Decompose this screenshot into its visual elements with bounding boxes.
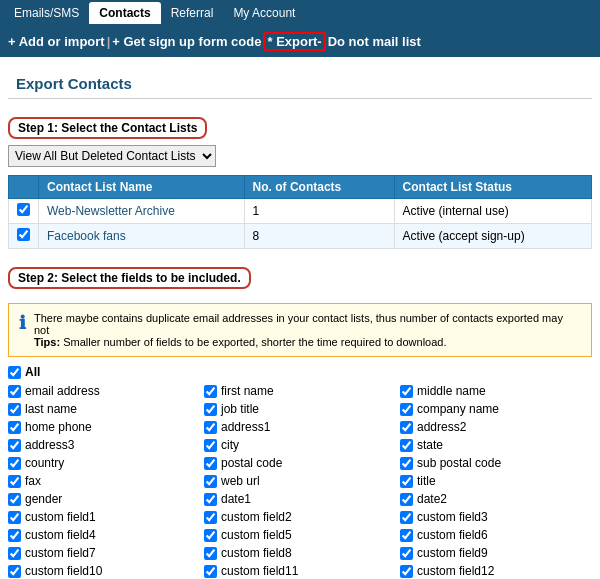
row-status: Active (internal use): [394, 199, 591, 224]
contact-list-select[interactable]: View All But Deleted Contact Lists View …: [8, 145, 216, 167]
field-checkbox[interactable]: [8, 475, 21, 488]
field-checkbox[interactable]: [400, 385, 413, 398]
row-check[interactable]: [9, 224, 39, 249]
field-checkbox-item: custom field12: [400, 563, 592, 579]
field-checkbox[interactable]: [400, 547, 413, 560]
field-checkbox-item: custom field4: [8, 527, 200, 543]
nav-contacts[interactable]: Contacts: [89, 2, 160, 24]
field-checkbox-item: fax: [8, 473, 200, 489]
field-checkbox[interactable]: [400, 565, 413, 578]
field-checkbox[interactable]: [204, 475, 217, 488]
field-label: email address: [25, 384, 100, 398]
contact-list-dropdown-row: View All But Deleted Contact Lists View …: [8, 145, 592, 167]
field-checkbox-item: city: [204, 437, 396, 453]
field-label: custom field7: [25, 546, 96, 560]
field-checkbox[interactable]: [204, 421, 217, 434]
info-icon: ℹ: [19, 312, 26, 334]
field-checkbox[interactable]: [204, 511, 217, 524]
field-checkbox-item: sub postal code: [400, 455, 592, 471]
row-count: 8: [244, 224, 394, 249]
field-label: date2: [417, 492, 447, 506]
field-checkbox-item: custom field3: [400, 509, 592, 525]
all-checkbox[interactable]: [8, 366, 21, 379]
field-checkbox-item: job title: [204, 401, 396, 417]
sep1: |: [107, 34, 111, 49]
nav-my-account[interactable]: My Account: [223, 2, 305, 24]
field-checkbox[interactable]: [204, 439, 217, 452]
field-label: first name: [221, 384, 274, 398]
nav-referral[interactable]: Referral: [161, 2, 224, 24]
field-checkbox[interactable]: [8, 529, 21, 542]
field-label: custom field8: [221, 546, 292, 560]
field-checkbox[interactable]: [8, 457, 21, 470]
export-link[interactable]: * Export-: [263, 32, 325, 51]
field-label: title: [417, 474, 436, 488]
field-label: fax: [25, 474, 41, 488]
field-checkbox-item: web url: [204, 473, 396, 489]
field-checkbox-item: custom field10: [8, 563, 200, 579]
info-text: There maybe contains duplicate email add…: [34, 312, 581, 348]
field-checkbox[interactable]: [400, 421, 413, 434]
field-checkbox-item: address2: [400, 419, 592, 435]
field-checkbox[interactable]: [400, 439, 413, 452]
field-checkbox[interactable]: [204, 565, 217, 578]
field-checkbox[interactable]: [8, 439, 21, 452]
field-checkbox-item: date1: [204, 491, 396, 507]
field-label: postal code: [221, 456, 282, 470]
field-label: custom field3: [417, 510, 488, 524]
signup-form-link[interactable]: + Get sign up form code: [112, 34, 261, 49]
step2-label: Step 2: Select the fields to be included…: [8, 267, 251, 289]
field-label: custom field11: [221, 564, 298, 578]
field-checkbox[interactable]: [204, 547, 217, 560]
field-checkbox-item: postal code: [204, 455, 396, 471]
field-checkbox[interactable]: [400, 403, 413, 416]
field-checkbox[interactable]: [8, 421, 21, 434]
table-row: Web-Newsletter Archive 1 Active (interna…: [9, 199, 592, 224]
field-checkbox[interactable]: [8, 547, 21, 560]
donotmail-link[interactable]: Do not mail list: [328, 34, 421, 49]
top-navigation: Emails/SMS Contacts Referral My Account: [0, 0, 600, 26]
table-header-check: [9, 176, 39, 199]
field-checkbox[interactable]: [400, 493, 413, 506]
nav-emails-sms[interactable]: Emails/SMS: [4, 2, 89, 24]
field-checkbox[interactable]: [400, 475, 413, 488]
field-label: custom field10: [25, 564, 102, 578]
field-checkbox-item: custom field9: [400, 545, 592, 561]
field-label: custom field2: [221, 510, 292, 524]
field-label: sub postal code: [417, 456, 501, 470]
field-checkbox-item: custom field5: [204, 527, 396, 543]
field-checkbox[interactable]: [400, 457, 413, 470]
field-checkbox[interactable]: [204, 529, 217, 542]
action-bar: + Add or import | + Get sign up form cod…: [0, 26, 600, 57]
field-checkbox[interactable]: [8, 493, 21, 506]
all-checkbox-row: All: [8, 365, 592, 379]
field-checkbox-item: email address: [8, 383, 200, 399]
add-import-link[interactable]: + Add or import: [8, 34, 105, 49]
field-label: custom field4: [25, 528, 96, 542]
table-header-status: Contact List Status: [394, 176, 591, 199]
field-checkbox-item: custom field2: [204, 509, 396, 525]
table-header-count: No. of Contacts: [244, 176, 394, 199]
field-checkbox-item: custom field1: [8, 509, 200, 525]
field-checkbox-item: home phone: [8, 419, 200, 435]
field-checkbox[interactable]: [8, 565, 21, 578]
field-label: city: [221, 438, 239, 452]
field-checkbox[interactable]: [204, 493, 217, 506]
field-label: last name: [25, 402, 77, 416]
field-checkbox[interactable]: [204, 457, 217, 470]
row-check[interactable]: [9, 199, 39, 224]
field-checkbox[interactable]: [400, 511, 413, 524]
field-label: address3: [25, 438, 74, 452]
field-checkbox-item: custom field11: [204, 563, 396, 579]
field-checkbox-item: state: [400, 437, 592, 453]
field-checkbox[interactable]: [8, 403, 21, 416]
field-checkbox[interactable]: [204, 403, 217, 416]
row-name: Facebook fans: [39, 224, 245, 249]
field-checkbox[interactable]: [8, 511, 21, 524]
field-checkbox[interactable]: [204, 385, 217, 398]
row-count: 1: [244, 199, 394, 224]
field-checkbox[interactable]: [8, 385, 21, 398]
field-checkbox-item: date2: [400, 491, 592, 507]
info-box: ℹ There maybe contains duplicate email a…: [8, 303, 592, 357]
field-checkbox[interactable]: [400, 529, 413, 542]
